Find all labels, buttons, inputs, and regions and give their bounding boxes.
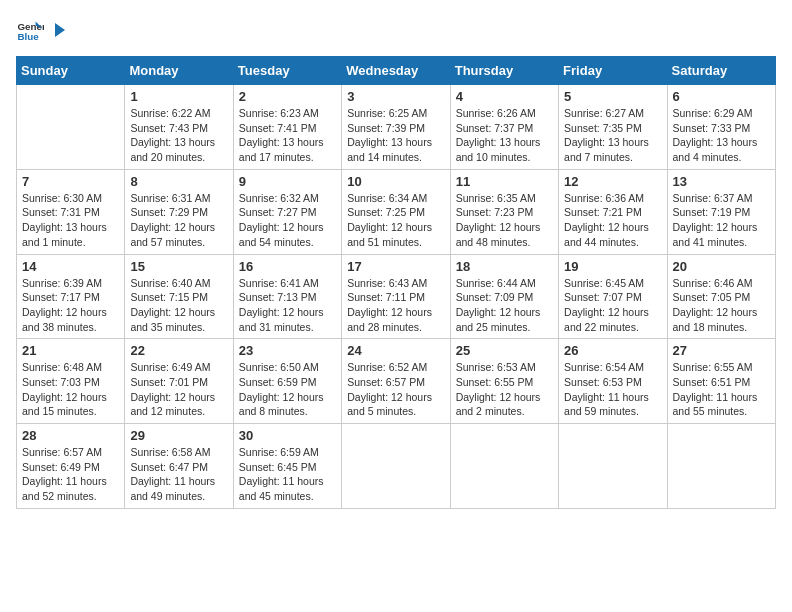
day-number: 11 xyxy=(456,174,553,189)
calendar-cell: 28Sunrise: 6:57 AM Sunset: 6:49 PM Dayli… xyxy=(17,424,125,509)
header-day-thursday: Thursday xyxy=(450,57,558,85)
day-info: Sunrise: 6:48 AM Sunset: 7:03 PM Dayligh… xyxy=(22,360,119,419)
day-info: Sunrise: 6:59 AM Sunset: 6:45 PM Dayligh… xyxy=(239,445,336,504)
day-info: Sunrise: 6:57 AM Sunset: 6:49 PM Dayligh… xyxy=(22,445,119,504)
calendar-cell xyxy=(342,424,450,509)
day-info: Sunrise: 6:45 AM Sunset: 7:07 PM Dayligh… xyxy=(564,276,661,335)
day-number: 23 xyxy=(239,343,336,358)
day-number: 27 xyxy=(673,343,770,358)
calendar-cell xyxy=(667,424,775,509)
day-number: 21 xyxy=(22,343,119,358)
calendar-cell: 20Sunrise: 6:46 AM Sunset: 7:05 PM Dayli… xyxy=(667,254,775,339)
day-number: 28 xyxy=(22,428,119,443)
calendar-cell: 6Sunrise: 6:29 AM Sunset: 7:33 PM Daylig… xyxy=(667,85,775,170)
day-number: 18 xyxy=(456,259,553,274)
day-info: Sunrise: 6:49 AM Sunset: 7:01 PM Dayligh… xyxy=(130,360,227,419)
calendar-cell: 15Sunrise: 6:40 AM Sunset: 7:15 PM Dayli… xyxy=(125,254,233,339)
day-number: 8 xyxy=(130,174,227,189)
day-info: Sunrise: 6:50 AM Sunset: 6:59 PM Dayligh… xyxy=(239,360,336,419)
calendar-cell: 12Sunrise: 6:36 AM Sunset: 7:21 PM Dayli… xyxy=(559,169,667,254)
calendar-cell: 26Sunrise: 6:54 AM Sunset: 6:53 PM Dayli… xyxy=(559,339,667,424)
day-info: Sunrise: 6:44 AM Sunset: 7:09 PM Dayligh… xyxy=(456,276,553,335)
calendar-cell: 24Sunrise: 6:52 AM Sunset: 6:57 PM Dayli… xyxy=(342,339,450,424)
day-number: 30 xyxy=(239,428,336,443)
day-info: Sunrise: 6:43 AM Sunset: 7:11 PM Dayligh… xyxy=(347,276,444,335)
day-info: Sunrise: 6:34 AM Sunset: 7:25 PM Dayligh… xyxy=(347,191,444,250)
day-number: 13 xyxy=(673,174,770,189)
calendar-cell: 8Sunrise: 6:31 AM Sunset: 7:29 PM Daylig… xyxy=(125,169,233,254)
calendar-cell: 10Sunrise: 6:34 AM Sunset: 7:25 PM Dayli… xyxy=(342,169,450,254)
calendar-cell: 5Sunrise: 6:27 AM Sunset: 7:35 PM Daylig… xyxy=(559,85,667,170)
calendar-cell: 11Sunrise: 6:35 AM Sunset: 7:23 PM Dayli… xyxy=(450,169,558,254)
calendar-cell: 9Sunrise: 6:32 AM Sunset: 7:27 PM Daylig… xyxy=(233,169,341,254)
day-info: Sunrise: 6:22 AM Sunset: 7:43 PM Dayligh… xyxy=(130,106,227,165)
logo: General Blue xyxy=(16,16,68,44)
week-row-3: 14Sunrise: 6:39 AM Sunset: 7:17 PM Dayli… xyxy=(17,254,776,339)
header-day-friday: Friday xyxy=(559,57,667,85)
day-info: Sunrise: 6:36 AM Sunset: 7:21 PM Dayligh… xyxy=(564,191,661,250)
day-number: 9 xyxy=(239,174,336,189)
day-info: Sunrise: 6:53 AM Sunset: 6:55 PM Dayligh… xyxy=(456,360,553,419)
day-number: 15 xyxy=(130,259,227,274)
day-info: Sunrise: 6:58 AM Sunset: 6:47 PM Dayligh… xyxy=(130,445,227,504)
day-number: 7 xyxy=(22,174,119,189)
day-info: Sunrise: 6:26 AM Sunset: 7:37 PM Dayligh… xyxy=(456,106,553,165)
calendar-cell: 14Sunrise: 6:39 AM Sunset: 7:17 PM Dayli… xyxy=(17,254,125,339)
day-number: 16 xyxy=(239,259,336,274)
calendar-cell: 18Sunrise: 6:44 AM Sunset: 7:09 PM Dayli… xyxy=(450,254,558,339)
day-info: Sunrise: 6:54 AM Sunset: 6:53 PM Dayligh… xyxy=(564,360,661,419)
day-number: 3 xyxy=(347,89,444,104)
calendar-header-row: SundayMondayTuesdayWednesdayThursdayFrid… xyxy=(17,57,776,85)
day-number: 19 xyxy=(564,259,661,274)
day-number: 1 xyxy=(130,89,227,104)
week-row-5: 28Sunrise: 6:57 AM Sunset: 6:49 PM Dayli… xyxy=(17,424,776,509)
calendar-cell: 3Sunrise: 6:25 AM Sunset: 7:39 PM Daylig… xyxy=(342,85,450,170)
week-row-2: 7Sunrise: 6:30 AM Sunset: 7:31 PM Daylig… xyxy=(17,169,776,254)
calendar-cell: 17Sunrise: 6:43 AM Sunset: 7:11 PM Dayli… xyxy=(342,254,450,339)
day-number: 4 xyxy=(456,89,553,104)
day-info: Sunrise: 6:39 AM Sunset: 7:17 PM Dayligh… xyxy=(22,276,119,335)
day-number: 6 xyxy=(673,89,770,104)
svg-text:Blue: Blue xyxy=(17,31,39,42)
day-info: Sunrise: 6:37 AM Sunset: 7:19 PM Dayligh… xyxy=(673,191,770,250)
day-number: 26 xyxy=(564,343,661,358)
header-day-sunday: Sunday xyxy=(17,57,125,85)
calendar-cell: 29Sunrise: 6:58 AM Sunset: 6:47 PM Dayli… xyxy=(125,424,233,509)
calendar-cell: 2Sunrise: 6:23 AM Sunset: 7:41 PM Daylig… xyxy=(233,85,341,170)
day-number: 20 xyxy=(673,259,770,274)
day-info: Sunrise: 6:52 AM Sunset: 6:57 PM Dayligh… xyxy=(347,360,444,419)
day-info: Sunrise: 6:30 AM Sunset: 7:31 PM Dayligh… xyxy=(22,191,119,250)
day-number: 29 xyxy=(130,428,227,443)
calendar-cell xyxy=(450,424,558,509)
day-info: Sunrise: 6:35 AM Sunset: 7:23 PM Dayligh… xyxy=(456,191,553,250)
day-info: Sunrise: 6:55 AM Sunset: 6:51 PM Dayligh… xyxy=(673,360,770,419)
calendar-cell xyxy=(17,85,125,170)
calendar-cell: 16Sunrise: 6:41 AM Sunset: 7:13 PM Dayli… xyxy=(233,254,341,339)
week-row-1: 1Sunrise: 6:22 AM Sunset: 7:43 PM Daylig… xyxy=(17,85,776,170)
calendar-cell: 27Sunrise: 6:55 AM Sunset: 6:51 PM Dayli… xyxy=(667,339,775,424)
logo-icon: General Blue xyxy=(16,16,44,44)
calendar-cell: 22Sunrise: 6:49 AM Sunset: 7:01 PM Dayli… xyxy=(125,339,233,424)
calendar-body: 1Sunrise: 6:22 AM Sunset: 7:43 PM Daylig… xyxy=(17,85,776,509)
day-number: 24 xyxy=(347,343,444,358)
header-day-monday: Monday xyxy=(125,57,233,85)
day-number: 25 xyxy=(456,343,553,358)
day-number: 14 xyxy=(22,259,119,274)
calendar-cell: 4Sunrise: 6:26 AM Sunset: 7:37 PM Daylig… xyxy=(450,85,558,170)
day-info: Sunrise: 6:25 AM Sunset: 7:39 PM Dayligh… xyxy=(347,106,444,165)
day-info: Sunrise: 6:40 AM Sunset: 7:15 PM Dayligh… xyxy=(130,276,227,335)
calendar-cell: 19Sunrise: 6:45 AM Sunset: 7:07 PM Dayli… xyxy=(559,254,667,339)
logo-arrow-icon xyxy=(49,21,67,39)
calendar-cell: 23Sunrise: 6:50 AM Sunset: 6:59 PM Dayli… xyxy=(233,339,341,424)
calendar-cell: 21Sunrise: 6:48 AM Sunset: 7:03 PM Dayli… xyxy=(17,339,125,424)
day-number: 5 xyxy=(564,89,661,104)
day-info: Sunrise: 6:23 AM Sunset: 7:41 PM Dayligh… xyxy=(239,106,336,165)
day-info: Sunrise: 6:27 AM Sunset: 7:35 PM Dayligh… xyxy=(564,106,661,165)
header-day-tuesday: Tuesday xyxy=(233,57,341,85)
day-info: Sunrise: 6:32 AM Sunset: 7:27 PM Dayligh… xyxy=(239,191,336,250)
day-info: Sunrise: 6:41 AM Sunset: 7:13 PM Dayligh… xyxy=(239,276,336,335)
day-number: 10 xyxy=(347,174,444,189)
calendar-cell xyxy=(559,424,667,509)
day-info: Sunrise: 6:31 AM Sunset: 7:29 PM Dayligh… xyxy=(130,191,227,250)
day-number: 12 xyxy=(564,174,661,189)
